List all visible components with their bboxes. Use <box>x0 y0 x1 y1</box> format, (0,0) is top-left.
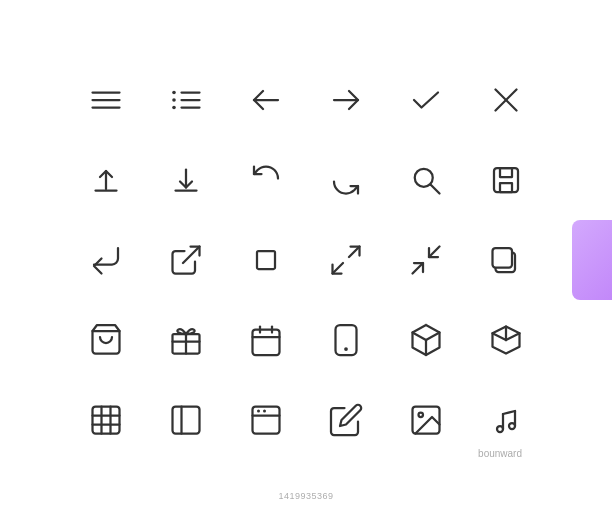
arrow-right-icon <box>306 60 386 140</box>
sidebar-icon <box>146 380 226 460</box>
cube-icon <box>386 300 466 380</box>
save-icon <box>466 140 546 220</box>
gift-icon <box>146 300 226 380</box>
svg-line-20 <box>183 246 200 263</box>
svg-rect-49 <box>173 406 200 433</box>
crop-icon <box>226 220 306 300</box>
list-icon <box>146 60 226 140</box>
download-icon <box>146 140 226 220</box>
checkmark-icon <box>386 60 466 140</box>
arrow-left-icon <box>226 60 306 140</box>
svg-rect-17 <box>494 168 518 192</box>
svg-line-25 <box>429 246 440 257</box>
refresh-icon <box>226 140 306 220</box>
svg-point-54 <box>263 409 266 412</box>
calendar-icon <box>226 300 306 380</box>
svg-line-22 <box>349 246 360 257</box>
watermark-text: bounward <box>478 448 522 459</box>
layers-icon <box>466 220 546 300</box>
svg-rect-19 <box>500 183 512 192</box>
box3d-icon <box>466 300 546 380</box>
share-icon <box>66 220 146 300</box>
svg-line-61 <box>503 411 515 414</box>
phone-icon <box>306 300 386 380</box>
svg-rect-18 <box>500 168 512 177</box>
svg-line-24 <box>413 263 424 274</box>
hamburger-menu-icon <box>66 60 146 140</box>
upload-icon <box>66 140 146 220</box>
shopping-bag-icon <box>66 300 146 380</box>
sync-icon <box>306 140 386 220</box>
svg-point-7 <box>172 98 176 102</box>
svg-rect-21 <box>257 251 275 269</box>
svg-line-40 <box>413 332 427 340</box>
browser-icon <box>226 380 306 460</box>
svg-point-8 <box>172 105 176 109</box>
getty-id: 1419935369 <box>278 491 333 501</box>
external-link-icon <box>146 220 226 300</box>
svg-point-53 <box>257 409 260 412</box>
purple-decoration <box>572 220 612 300</box>
search-icon <box>386 140 466 220</box>
edit-icon <box>306 380 386 460</box>
svg-line-43 <box>506 333 520 340</box>
svg-point-56 <box>419 412 424 417</box>
expand-icon <box>306 220 386 300</box>
close-icon <box>466 60 546 140</box>
icon-grid <box>66 60 546 460</box>
svg-rect-51 <box>253 406 280 433</box>
svg-rect-27 <box>493 248 513 268</box>
svg-rect-32 <box>253 329 280 355</box>
svg-line-42 <box>493 333 507 340</box>
table-icon <box>66 380 146 460</box>
svg-line-39 <box>426 332 440 340</box>
svg-line-23 <box>333 263 344 274</box>
svg-rect-44 <box>93 406 120 433</box>
compress-icon <box>386 220 466 300</box>
svg-line-16 <box>431 184 440 193</box>
svg-point-6 <box>172 90 176 94</box>
image-icon <box>386 380 466 460</box>
